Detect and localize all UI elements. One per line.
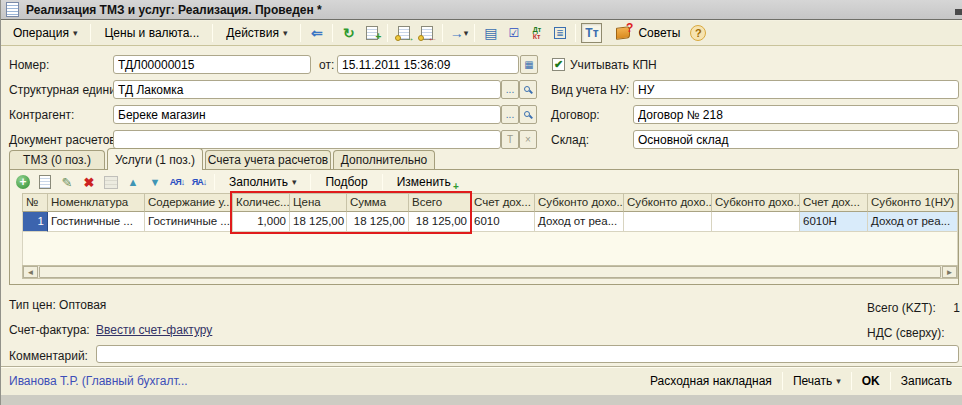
ok-button[interactable]: OK	[852, 367, 890, 395]
nu-subconto-cell[interactable]: Доход от реа...	[868, 212, 958, 232]
current-user-text: Иванова Т.Р. (Главный бухгалт...	[9, 374, 188, 388]
tips-book-icon: ?	[616, 26, 630, 39]
expense-invoice-button[interactable]: Расходная накладная	[640, 367, 782, 395]
post-document-icon[interactable]: →	[393, 23, 414, 43]
delete-row-icon[interactable]: ✖	[80, 173, 98, 191]
actions-menu-button[interactable]: Действия ▾	[218, 23, 295, 43]
column-header: Субконто 1(НУ)	[868, 193, 958, 212]
record-document-icon[interactable]: ⇐	[306, 23, 327, 43]
scroll-left-button[interactable]: ◄	[23, 266, 38, 278]
move-down-icon[interactable]: ▼	[146, 173, 164, 191]
column-header: Количес...	[233, 193, 290, 212]
repost-refresh-icon[interactable]: ↻	[338, 23, 359, 43]
help-icon[interactable]: ?	[690, 25, 706, 41]
set-flags-icon[interactable]: ☑	[503, 23, 524, 43]
debit-credit-icon[interactable]: Дт Кт	[526, 23, 547, 43]
nomenclature-cell[interactable]: Гостиничные ...	[48, 212, 145, 232]
column-header: Субконто дохо...	[535, 193, 624, 212]
calendar-button[interactable]: ▦	[520, 55, 538, 74]
total-cell[interactable]: 18 125,00	[409, 212, 471, 232]
chevron-down-icon: ▾	[292, 177, 297, 187]
sum-cell[interactable]: 18 125,00	[347, 212, 409, 232]
prices-currency-button[interactable]: Цены и валюта...	[96, 23, 207, 43]
settlement-doc-type-button[interactable]: Т	[501, 130, 519, 149]
print-button[interactable]: Печать ▾	[783, 367, 851, 395]
unpost-document-icon[interactable]: ←	[416, 23, 437, 43]
contractor-search-button[interactable]	[519, 105, 537, 124]
nu-account-input[interactable]	[633, 80, 959, 99]
contractor-label: Контрагент:	[9, 108, 74, 122]
subconto-cell[interactable]	[712, 212, 800, 232]
tab-tmz[interactable]: ТМЗ (0 поз.)	[9, 150, 105, 169]
main-toolbar: Операция ▾ Цены и валюта... Действия ▾ ⇐…	[1, 21, 962, 46]
settlement-doc-input[interactable]	[113, 130, 501, 149]
price-cell[interactable]: 18 125,00	[290, 212, 347, 232]
structural-unit-input[interactable]	[113, 80, 501, 99]
service-content-cell[interactable]: Гостиничные ...	[145, 212, 233, 232]
change-button[interactable]: Изменить	[389, 173, 459, 191]
subconto-cell[interactable]: Доход от реа...	[535, 212, 624, 232]
tab-additional[interactable]: Дополнительно	[333, 150, 435, 169]
date-label: от:	[319, 58, 334, 72]
toolbar-separator	[474, 24, 475, 42]
move-up-icon[interactable]: ▲	[124, 173, 142, 191]
scrollbar-thumb[interactable]	[39, 266, 941, 278]
sort-ascending-icon[interactable]: АЯ↓	[168, 173, 186, 191]
income-account-cell[interactable]: 6010	[471, 212, 535, 232]
tips-button[interactable]: ? Советы	[608, 23, 688, 43]
window-control-fragment	[955, 9, 962, 15]
font-settings-toggle[interactable]: Тт	[581, 23, 602, 43]
column-header: Всего	[409, 193, 471, 212]
add-row-icon[interactable]: +	[14, 173, 32, 191]
window-titlebar[interactable]: Реализация ТМЗ и услуг: Реализация. Пров…	[1, 0, 962, 20]
toolbar-separator	[575, 24, 576, 42]
kpn-checkbox[interactable]: ✔	[552, 58, 565, 71]
copy-document-icon[interactable]: +	[361, 23, 382, 43]
toolbar-separator	[212, 24, 213, 42]
save-button[interactable]: Записать	[891, 367, 962, 395]
comment-input[interactable]	[96, 345, 959, 363]
scroll-right-button[interactable]: ►	[942, 266, 957, 278]
number-input[interactable]	[113, 55, 311, 74]
status-bar: Иванова Т.Р. (Главный бухгалт... Расходн…	[1, 366, 962, 395]
date-input[interactable]	[337, 55, 519, 74]
structural-unit-select-button[interactable]: ...	[501, 80, 519, 99]
contractor-select-button[interactable]: ...	[501, 105, 519, 124]
settlement-doc-clear-button[interactable]: ×	[519, 130, 537, 149]
tab-services[interactable]: Услуги (1 поз.)	[107, 148, 203, 170]
horizontal-scrollbar[interactable]: ◄ ►	[22, 265, 958, 279]
document-window: Реализация ТМЗ и услуг: Реализация. Пров…	[0, 0, 962, 405]
edit-row-icon[interactable]: ✎	[58, 173, 76, 191]
contract-input[interactable]	[633, 105, 959, 124]
toolbar-separator	[214, 174, 215, 190]
nu-account-cell[interactable]: 6010Н	[800, 212, 868, 232]
toolbar-separator	[387, 24, 388, 42]
tab-settlement-accounts[interactable]: Счета учета расчетов	[205, 150, 331, 169]
operation-menu-button[interactable]: Операция ▾	[5, 23, 85, 43]
row-number-cell[interactable]: 1	[22, 212, 48, 232]
fill-button[interactable]: Заполнить ▾	[221, 173, 304, 191]
quantity-cell[interactable]: 1,000	[233, 212, 290, 232]
sort-descending-icon[interactable]: ЯА↓	[190, 173, 208, 191]
contract-label: Договор:	[551, 108, 600, 122]
tips-label: Советы	[638, 26, 680, 40]
document-icon	[6, 2, 19, 17]
table-header-row: № Номенклатура Содержание у... Количес..…	[22, 193, 958, 212]
contractor-input[interactable]	[113, 105, 501, 124]
pick-button[interactable]: Подбор	[317, 173, 375, 191]
warehouse-input[interactable]	[633, 130, 959, 149]
structural-unit-search-button[interactable]	[519, 80, 537, 99]
window-title: Реализация ТМЗ и услуг: Реализация. Пров…	[26, 3, 322, 17]
enter-invoice-link[interactable]: Ввести счет-фактуру	[96, 323, 212, 337]
desktop-background-strip	[1, 395, 962, 405]
chevron-down-icon: ▾	[464, 28, 469, 38]
goto-related-icon[interactable]: → ▾	[448, 23, 469, 43]
services-table: № Номенклатура Содержание у... Количес..…	[22, 193, 958, 267]
journal-icon[interactable]: ≣	[549, 23, 570, 43]
vat-label: НДС (сверху):	[867, 326, 945, 340]
column-header: Субконто дохо...	[712, 193, 800, 212]
copy-row-icon[interactable]: +	[36, 173, 54, 191]
toolbar-separator	[310, 174, 311, 190]
subconto-cell[interactable]	[624, 212, 712, 232]
document-structure-icon[interactable]: ▤	[480, 23, 501, 43]
